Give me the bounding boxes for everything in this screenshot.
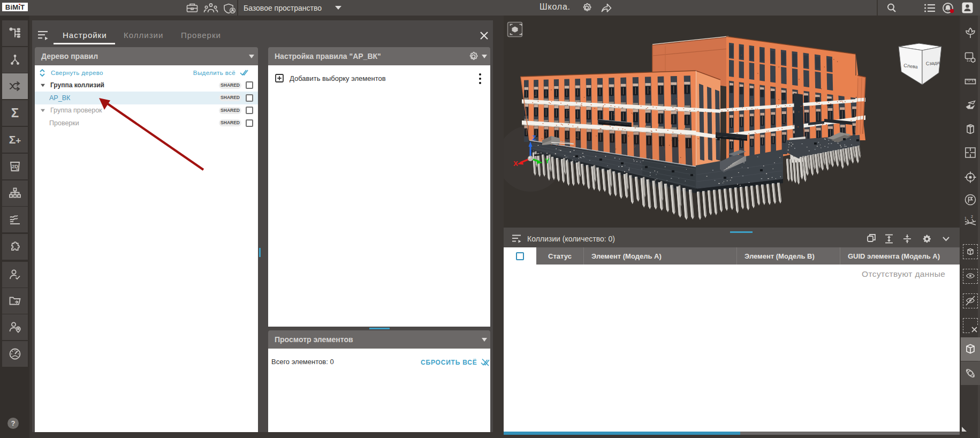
svg-text:Y: Y	[545, 157, 550, 165]
svg-text:2D: 2D	[12, 163, 18, 169]
svg-text:X: X	[513, 160, 518, 168]
svg-text:Z: Z	[532, 134, 536, 142]
